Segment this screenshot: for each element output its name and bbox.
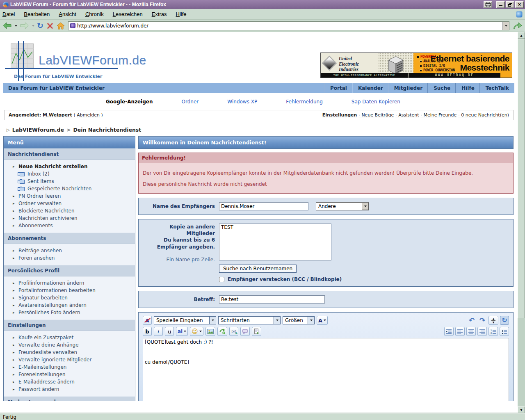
insert-quote-button[interactable] (240, 327, 250, 336)
sidebar-menu-item[interactable]: ▸ Blockierte Nachrichten (4, 207, 135, 215)
stop-button[interactable]: × (45, 21, 55, 31)
bcc-checkbox[interactable] (219, 277, 224, 282)
select-dropdown-button[interactable] (274, 317, 280, 324)
ad-banner[interactable]: UnitedElectronicIndustries (320, 52, 512, 78)
sidebar-menu-item[interactable]: ▸ E-Mailaddresse ändern (4, 378, 135, 386)
back-button[interactable] (2, 21, 13, 31)
breadcrumb-root-link[interactable]: LabVIEWforum.de (12, 127, 64, 133)
sponsored-link[interactable]: Sap Daten Kopieren (352, 99, 400, 105)
sidebar-menu-item[interactable]: ▸ Beiträge ansehen (4, 247, 135, 254)
search-username-button[interactable]: Suche nach Benutzernamen (219, 265, 297, 273)
sidebar-menu-item[interactable]: ▸ Avatareinstellungen ändern (4, 301, 135, 309)
url-input[interactable] (77, 22, 502, 30)
font-color-button[interactable]: A (317, 316, 328, 325)
navbar-item[interactable]: TechTalk (480, 83, 514, 93)
user-bar-link[interactable]: Einstellungen (322, 112, 357, 118)
align-center-button[interactable] (466, 327, 476, 336)
ad-website[interactable]: WWW.UEIDAQ.DE (409, 73, 500, 78)
sidebar-menu-item[interactable]: ▸ Verwalte deine Anhänge (4, 341, 135, 349)
sidebar-menu-item[interactable]: ▸ Gespeicherte Nachrichten (4, 185, 135, 192)
menu-item[interactable]: Ansicht (59, 11, 76, 17)
insert-code-button[interactable] (252, 327, 261, 336)
sidebar-menu-item[interactable]: ▸ Foren ansehen (4, 254, 135, 262)
underline-button[interactable]: u (165, 327, 174, 336)
sidebar-menu-item[interactable]: ▸ Portalinformationen bearbeiten (4, 287, 135, 294)
copy-recipients-textarea[interactable]: TEST (219, 224, 331, 260)
sidebar-menu-item[interactable]: ▸ Freundesliste verwalten (4, 349, 135, 356)
select-dropdown-button[interactable] (209, 317, 216, 324)
navbar-item[interactable]: Mitglieder (388, 83, 428, 93)
sidebar-menu-item[interactable]: ▸ Ordner verwalten (4, 200, 135, 207)
recipient-folder-select[interactable]: Andere (316, 202, 369, 210)
user-bar-link[interactable]: Neue Beiträge (358, 112, 394, 118)
undo-button[interactable]: ↶ (467, 316, 476, 325)
smiley-button[interactable]: ☺ (190, 327, 203, 336)
insert-image-button[interactable] (205, 327, 215, 336)
indent-button[interactable] (444, 327, 454, 336)
message-body-textarea[interactable]: [QUOTE]test geht doch ;) ?! cu demo[/QUO… (143, 338, 509, 401)
sidebar-menu-item[interactable]: ▸ Kaufe ein Zusatzpaket (4, 334, 135, 341)
menu-item[interactable]: Datei (2, 11, 15, 17)
wrap-text-button[interactable]: al (176, 327, 188, 336)
sponsored-link[interactable]: Ordner (182, 99, 199, 105)
url-field[interactable] (68, 21, 509, 30)
sidebar-menu-item[interactable]: ▸ Persönliches Foto ändern (4, 309, 135, 316)
vertical-scrollbar[interactable]: ▲ ▼ (518, 32, 525, 413)
select-dropdown-button[interactable] (362, 203, 369, 210)
unordered-list-button[interactable] (500, 327, 509, 336)
username-link[interactable]: M.Weippert (43, 112, 72, 118)
url-dropdown[interactable] (502, 22, 509, 30)
sidebar-menu-item[interactable]: ▸ Nachrichten archivieren (4, 215, 135, 222)
scroll-down-button[interactable]: ▼ (518, 406, 525, 413)
scrollbar-thumb[interactable] (518, 39, 525, 318)
back-dropdown[interactable] (14, 21, 18, 31)
sidebar-menu-item[interactable]: ▸ Abonnements (4, 222, 135, 229)
sidebar-menu-item[interactable]: ▸ E-Maileinstellungen (4, 363, 135, 371)
home-button[interactable] (56, 21, 66, 31)
user-bar-link[interactable]: Assistent (395, 112, 419, 118)
logout-link[interactable]: Abmelden (77, 112, 100, 118)
sidebar-menu-item[interactable]: ▸ Foreneinstellungen (4, 371, 135, 378)
minimize-button[interactable] (496, 1, 505, 8)
print-button[interactable] (484, 1, 492, 8)
ordered-list-button[interactable]: 12 (488, 327, 498, 336)
sidebar-menu-item[interactable]: ▸ Verwalte ignorierte Mitglieder (4, 356, 135, 363)
sidebar-menu-item[interactable]: ▸ PN Ordner leeren (4, 192, 135, 200)
logo-title[interactable]: LabVIEWForum.de (39, 53, 146, 67)
sponsored-link[interactable]: Fehlermeldung (286, 99, 323, 105)
menu-item[interactable]: Lesezeichen (113, 11, 143, 17)
subject-input[interactable] (219, 295, 325, 304)
align-left-button[interactable] (455, 327, 465, 336)
forward-button[interactable] (19, 21, 30, 31)
forward-dropdown[interactable] (31, 21, 35, 31)
sidebar-menu-item[interactable]: ▸ Signatur bearbeiten (4, 294, 135, 301)
navbar-item[interactable]: Suche (428, 83, 456, 93)
reload-button[interactable]: ↻ (36, 21, 44, 31)
italic-button[interactable]: i (154, 327, 163, 336)
resize-editor-button[interactable]: ▲ ▼ (488, 316, 498, 325)
sidebar-menu-item[interactable]: ▸ Neue Nachricht erstellen (4, 163, 135, 170)
go-button[interactable] (512, 21, 523, 31)
sidebar-menu-item[interactable]: ▸ Inbox (2) (4, 170, 135, 178)
sizes-select[interactable]: Größen (283, 316, 315, 324)
toggle-editor-mode-button[interactable]: ↻ (500, 316, 509, 325)
menu-item[interactable]: Extras (152, 11, 167, 17)
sidebar-menu-item[interactable]: ▸ Sent Items (4, 178, 135, 185)
insert-link-button[interactable] (217, 327, 227, 336)
special-inputs-select[interactable]: Spezielle Eingaben (154, 316, 216, 324)
user-bar-link[interactable]: 0 neue Nachricht(en) (458, 112, 509, 118)
navbar-item[interactable]: Hilfe (456, 83, 480, 93)
menu-item[interactable]: Bearbeiten (24, 11, 50, 17)
select-dropdown-button[interactable] (308, 317, 314, 324)
navbar-item[interactable]: Portal (324, 83, 352, 93)
remove-format-button[interactable]: A (143, 316, 152, 325)
redo-button[interactable]: ↷ (478, 316, 487, 325)
menu-item[interactable]: Hilfe (176, 11, 187, 17)
fonts-select[interactable]: Schriftarten (218, 316, 281, 324)
sidebar-menu-item[interactable]: ▸ Profilinformationen ändern (4, 279, 135, 287)
scrollbar-track[interactable] (518, 39, 525, 406)
recipient-input[interactable] (219, 202, 308, 210)
menu-item[interactable]: Chronik (85, 11, 104, 17)
navbar-item[interactable]: Kalender (352, 83, 388, 93)
bold-button[interactable]: b (143, 327, 152, 336)
